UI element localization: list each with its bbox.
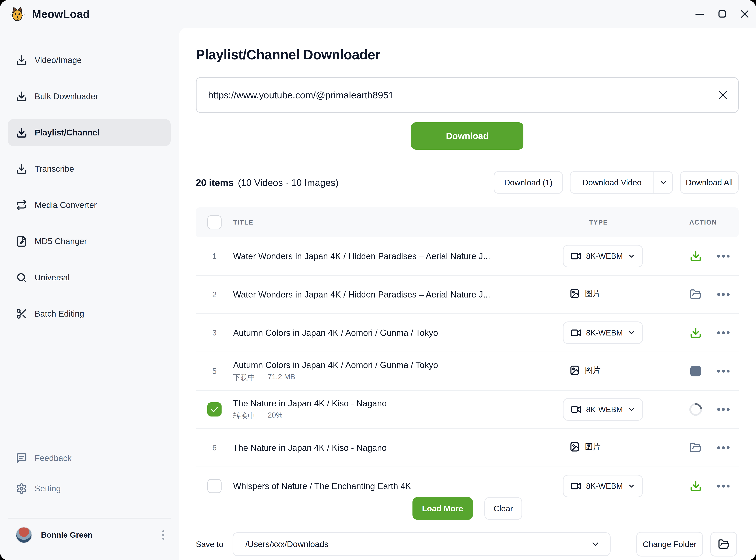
chevron-down-icon [628,405,635,413]
sidebar-item-label: Batch Editing [35,309,84,319]
sidebar-item-label: Transcribe [35,164,74,174]
download-row-icon[interactable] [689,326,702,340]
download-video-button[interactable]: Download Video [571,172,654,193]
sidebar-item-batch-editing[interactable]: Batch Editing [8,300,171,327]
file-pen-icon [16,236,27,247]
sidebar-item-bulk-downloader[interactable]: Bulk Downloader [8,83,171,110]
column-header-type: TYPE [563,219,686,226]
sidebar-item-universal[interactable]: Universal [8,264,171,291]
sidebar-item-label: Setting [35,484,61,493]
clear-url-icon[interactable] [717,89,729,101]
download-row-icon[interactable] [689,249,702,263]
maximize-button[interactable] [711,0,733,28]
video-icon [570,251,581,262]
sidebar-item-label: Video/Image [35,55,82,65]
sidebar-item-transcribe[interactable]: Transcribe [8,155,171,182]
row-number: 1 [212,252,217,261]
url-input[interactable] [196,77,739,113]
status-value: 71.2 MB [268,373,295,382]
row-title: Water Wonders in Japan 4K / Hidden Parad… [233,289,563,299]
sidebar-item-setting[interactable]: Setting [8,475,171,502]
row-menu-dots-icon[interactable] [717,408,730,411]
sidebar-item-label: Media Converter [35,200,97,210]
sidebar-item-label: Playlist/Channel [35,128,100,137]
row-menu-dots-icon[interactable] [717,446,730,449]
row-number: 5 [212,367,217,376]
row-title: The Nature in Japan 4K / Kiso - Nagano [233,443,563,453]
row-status: 转换中 20% [233,411,563,421]
row-checkbox-checked[interactable] [207,402,222,417]
download-button[interactable]: Download [411,122,523,149]
row-menu-dots-icon[interactable] [717,255,730,258]
row-menu-dots-icon[interactable] [717,331,730,334]
items-count: 20 items [196,177,234,188]
row-number: 6 [212,443,217,453]
download-icon [16,55,27,66]
format-select[interactable]: 8K-WEBM [563,398,643,421]
save-path-select[interactable]: /Users/xxx/Downloads [233,532,611,556]
column-header-title: TITLE [233,219,563,226]
image-icon [569,441,580,453]
chevron-down-icon [628,329,635,337]
row-menu-dots-icon[interactable] [717,369,730,373]
sidebar-item-video-image[interactable]: Video/Image [8,47,171,74]
row-menu-dots-icon[interactable] [717,293,730,296]
download-selected-button[interactable]: Download (1) [494,171,563,194]
status-label: 转换中 [233,411,255,421]
download-row-icon[interactable] [689,479,702,493]
download-all-button[interactable]: Download All [680,171,739,194]
open-folder-icon[interactable] [689,441,702,455]
row-number: 2 [212,290,217,299]
status-value: 20% [268,411,282,421]
converting-spinner-icon [689,403,702,416]
select-all-checkbox[interactable] [207,215,222,229]
clear-button[interactable]: Clear [484,497,522,520]
open-save-folder-button[interactable] [710,532,737,557]
row-title: Autumn Colors in Japan 4K / Aomori / Gun… [233,360,563,370]
column-header-action: ACTION [686,219,717,226]
minimize-button[interactable] [688,0,711,28]
table-row: The Nature in Japan 4K / Kiso - Nagano 转… [196,391,739,429]
row-checkbox[interactable] [207,479,222,493]
row-menu-dots-icon[interactable] [717,484,730,487]
gear-icon [16,483,27,494]
meowload-logo-cat-icon [9,6,25,22]
download-toolbar: Download (1) Download Video Download All [494,171,739,194]
user-profile[interactable]: Bonnie Green [16,525,168,544]
open-folder-icon[interactable] [689,288,702,301]
sidebar-divider [8,518,171,519]
type-image: 图片 [563,365,601,376]
close-button[interactable] [733,0,756,28]
status-label: 下载中 [233,373,255,382]
sidebar-item-playlist-channel[interactable]: Playlist/Channel [8,119,171,146]
sidebar-item-label: Feedback [35,453,72,463]
image-icon [569,365,580,376]
user-menu-dots-icon[interactable] [158,530,168,540]
sidebar-item-md5-changer[interactable]: MD5 Changer [8,228,171,255]
row-number: 3 [212,328,217,337]
title-bar: MeowLoad [0,0,756,28]
type-image: 图片 [563,288,601,299]
sidebar-item-feedback[interactable]: Feedback [8,445,171,472]
save-destination-bar: Save to /Users/xxx/Downloads Change Fold… [196,532,739,557]
sidebar-item-media-converter[interactable]: Media Converter [8,192,171,218]
stop-download-icon[interactable] [689,364,702,378]
row-title: Water Wonders in Japan 4K / Hidden Parad… [233,251,563,261]
format-select[interactable]: 8K-WEBM [563,321,643,344]
change-folder-button[interactable]: Change Folder [636,532,703,557]
download-icon [16,127,27,138]
row-status: 下载中 71.2 MB [233,373,563,382]
format-select[interactable]: 8K-WEBM [563,245,643,267]
repeat-icon [16,199,27,211]
table-row: 5 Autumn Colors in Japan 4K / Aomori / G… [196,352,739,391]
sidebar-item-label: MD5 Changer [35,236,87,246]
sidebar-item-label: Bulk Downloader [35,92,98,101]
video-icon [570,327,581,338]
load-more-button[interactable]: Load More [413,497,473,520]
format-select[interactable]: 8K-WEBM [563,475,643,497]
type-image: 图片 [563,441,601,453]
download-video-chevron-down-icon[interactable] [654,172,672,193]
save-to-label: Save to [196,540,233,549]
table-row: 6 The Nature in Japan 4K / Kiso - Nagano… [196,429,739,467]
pagination-actions: Load More Clear [196,497,739,520]
